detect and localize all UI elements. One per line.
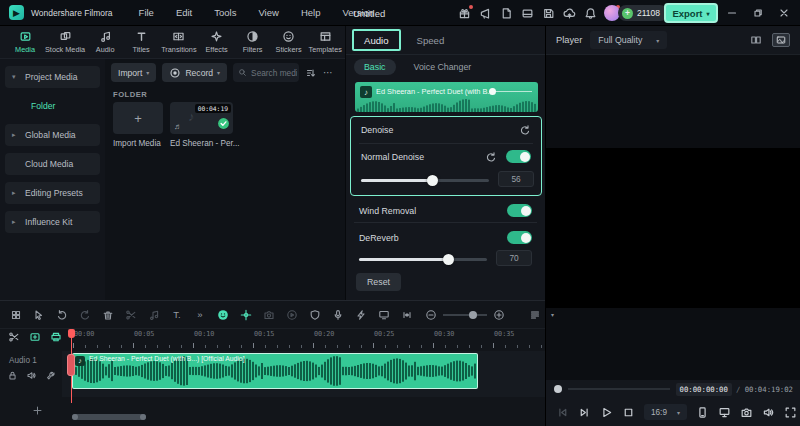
instant-mode-icon[interactable] <box>355 309 367 321</box>
notifications-icon[interactable] <box>584 7 597 20</box>
previous-frame-button[interactable] <box>556 406 569 419</box>
more-tools-icon[interactable]: » <box>194 309 206 321</box>
sidebar-item-editing-presets[interactable]: ▸ Editing Presets <box>5 182 100 204</box>
search-box[interactable] <box>233 63 299 82</box>
speed-ramp-icon[interactable] <box>286 309 298 321</box>
tab-transitions[interactable]: Transitions <box>160 30 197 54</box>
subtab-voice-changer[interactable]: Voice Changer <box>404 59 482 75</box>
undo-icon[interactable] <box>56 309 68 321</box>
mask-icon[interactable] <box>309 309 321 321</box>
menu-tools[interactable]: Tools <box>214 7 236 18</box>
keyframe-icon[interactable] <box>240 309 252 321</box>
zoom-out-icon[interactable] <box>425 309 437 321</box>
tab-audio-properties[interactable]: Audio <box>352 29 401 51</box>
toolbox-icon[interactable] <box>10 309 22 321</box>
play-button[interactable] <box>600 406 613 419</box>
smart-audio-icon[interactable] <box>217 309 229 321</box>
voiceover-icon[interactable] <box>332 309 344 321</box>
quality-dropdown[interactable]: Full Quality▾ <box>590 31 667 49</box>
select-icon[interactable] <box>33 309 45 321</box>
snapshot-icon[interactable] <box>740 406 753 419</box>
tab-templates[interactable]: Templates <box>308 30 343 54</box>
redo-icon[interactable] <box>79 309 91 321</box>
script-icon[interactable] <box>500 7 513 20</box>
detach-audio-icon[interactable] <box>148 309 160 321</box>
close-button[interactable] <box>778 7 790 19</box>
reset-button[interactable]: Reset <box>356 273 401 291</box>
tab-titles[interactable]: Titles <box>124 30 158 54</box>
tab-speed[interactable]: Speed <box>405 26 457 54</box>
menu-view[interactable]: View <box>258 7 278 18</box>
timeline-zoom-slider[interactable] <box>443 314 487 316</box>
tab-stock-media[interactable]: Stock Media <box>44 30 86 54</box>
normal-denoise-value[interactable]: 56 <box>498 171 534 187</box>
gift-icon[interactable] <box>458 7 471 20</box>
dereverb-toggle[interactable] <box>507 231 532 244</box>
volume-icon[interactable] <box>762 406 775 419</box>
save-icon[interactable] <box>542 7 555 20</box>
timeline-audio-clip[interactable]: ♪ Ed Sheeran - Perfect Duet (with B...) … <box>72 353 478 389</box>
seek-handle[interactable] <box>554 385 562 393</box>
auto-ripple-icon[interactable] <box>50 331 62 343</box>
dereverb-slider[interactable] <box>359 258 487 261</box>
sidebar-item-influence-kit[interactable]: ▸ Influence Kit <box>5 211 100 233</box>
phone-preview-icon[interactable] <box>696 406 709 419</box>
audio-clip-strip[interactable]: ♪ Ed Sheeran - Perfect Duet (with B... <box>355 82 538 112</box>
import-media-card[interactable]: + <box>113 102 163 134</box>
timeline-scrollbar[interactable] <box>72 414 146 420</box>
text-tool-icon[interactable]: T. <box>171 309 183 321</box>
sidebar-item-folder[interactable]: Folder <box>5 95 100 117</box>
cloud-upload-icon[interactable] <box>563 7 576 20</box>
mute-icon[interactable] <box>26 370 37 381</box>
volume-handle[interactable] <box>489 88 496 95</box>
tab-effects[interactable]: Effects <box>200 30 234 54</box>
search-input[interactable] <box>251 68 297 78</box>
audio-clip-card[interactable]: 00:04:19 ♪ ♬ <box>170 102 233 134</box>
seek-bar[interactable] <box>568 388 670 390</box>
sidebar-item-cloud-media[interactable]: Cloud Media <box>5 153 100 175</box>
maximize-button[interactable] <box>752 7 764 19</box>
audio-track-lane[interactable]: ♪ Ed Sheeran - Perfect Duet (with B...) … <box>62 351 545 397</box>
lock-icon[interactable] <box>7 370 18 381</box>
clip-trim-handle[interactable] <box>67 354 75 376</box>
snapshot-tool-icon[interactable] <box>263 309 275 321</box>
menu-file[interactable]: File <box>139 7 154 18</box>
stop-button[interactable] <box>622 406 635 419</box>
aspect-ratio-dropdown[interactable]: 16:9▾ <box>644 404 687 420</box>
minimize-button[interactable] <box>726 7 738 19</box>
split-preview-icon[interactable] <box>749 34 763 46</box>
tab-media[interactable]: Media <box>8 30 42 54</box>
normal-denoise-slider[interactable] <box>361 179 489 182</box>
razor-icon[interactable] <box>8 331 20 343</box>
playhead-head[interactable] <box>68 329 75 338</box>
credits-badge[interactable]: + 21108 <box>618 5 668 21</box>
export-button[interactable]: Export▾ <box>664 3 718 23</box>
mark-in-out-icon[interactable] <box>401 309 413 321</box>
delete-icon[interactable] <box>102 309 114 321</box>
record-button[interactable]: Record▾ <box>162 63 227 82</box>
split-icon[interactable] <box>125 309 137 321</box>
wind-removal-toggle[interactable] <box>507 204 532 217</box>
add-track-button[interactable] <box>32 405 43 416</box>
timeline-ruler[interactable]: 00:0000:0500:1000:1500:2000:2500:3000:35 <box>62 329 545 351</box>
dereverb-value[interactable]: 70 <box>496 250 532 266</box>
scopes-icon[interactable] <box>772 33 790 47</box>
import-button[interactable]: Import▾ <box>111 63 156 82</box>
normal-denoise-toggle[interactable] <box>506 150 531 163</box>
reset-normal-denoise-icon[interactable] <box>485 151 497 163</box>
tab-filters[interactable]: Filters <box>236 30 270 54</box>
mirror-display-icon[interactable] <box>718 406 731 419</box>
menu-help[interactable]: Help <box>301 7 321 18</box>
workspace-icon[interactable] <box>521 7 534 20</box>
sidebar-item-project-media[interactable]: ▾ Project Media <box>5 66 100 88</box>
reset-denoise-icon[interactable] <box>519 124 531 136</box>
next-frame-button[interactable] <box>578 406 591 419</box>
more-options-icon[interactable]: ⋯ <box>323 68 333 78</box>
tab-stickers[interactable]: Stickers <box>272 30 306 54</box>
toolbar-chevron-icon[interactable]: ▾ <box>551 312 554 318</box>
menu-edit[interactable]: Edit <box>176 7 192 18</box>
sidebar-item-global-media[interactable]: ▸ Global Media <box>5 124 100 146</box>
subtab-basic[interactable]: Basic <box>354 59 396 75</box>
tab-audio[interactable]: Audio <box>88 30 122 54</box>
promote-icon[interactable] <box>479 7 492 20</box>
